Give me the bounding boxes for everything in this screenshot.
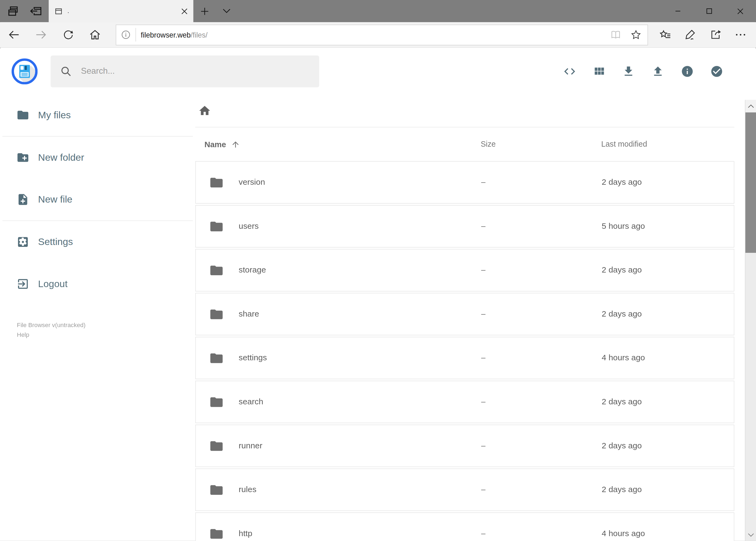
refresh-button[interactable] xyxy=(58,24,79,45)
grid-view-icon[interactable] xyxy=(593,65,606,78)
folder-icon xyxy=(209,352,224,364)
sidebar-item-my-files[interactable]: My files xyxy=(0,94,195,136)
file-name: http xyxy=(239,529,252,539)
select-multiple-icon[interactable] xyxy=(710,65,723,78)
download-icon[interactable] xyxy=(622,65,635,78)
file-row[interactable]: share – 2 days ago xyxy=(195,293,734,335)
file-modified: 2 days ago xyxy=(600,441,734,451)
favorite-star-icon[interactable] xyxy=(627,26,644,43)
file-name: rules xyxy=(239,485,256,495)
file-modified: 5 hours ago xyxy=(600,222,734,231)
logout-icon xyxy=(16,277,29,290)
folder-plus-icon xyxy=(16,151,29,164)
file-size: – xyxy=(479,485,600,494)
maximize-button[interactable] xyxy=(693,0,725,22)
reading-view-icon[interactable] xyxy=(607,26,624,43)
close-window-button[interactable] xyxy=(725,0,756,22)
page-scrollbar[interactable] xyxy=(745,100,756,541)
file-name: version xyxy=(239,178,265,187)
url-domain: filebrowser.web xyxy=(141,31,191,39)
file-modified: 2 days ago xyxy=(600,178,734,187)
site-info-icon[interactable] xyxy=(116,29,135,40)
help-link[interactable]: Help xyxy=(17,330,195,340)
forward-button[interactable] xyxy=(31,24,52,45)
tab-list-dropdown-icon[interactable] xyxy=(215,0,237,22)
scrollbar-up-icon[interactable] xyxy=(745,100,756,112)
file-row[interactable]: rules – 2 days ago xyxy=(195,469,734,511)
address-bar-actions xyxy=(607,26,647,43)
web-notes-pen-icon[interactable] xyxy=(678,24,703,45)
filebrowser-logo xyxy=(12,58,38,84)
set-tabs-aside-icon[interactable] xyxy=(28,4,43,18)
file-row[interactable]: settings – 4 hours ago xyxy=(195,337,734,379)
search-input[interactable] xyxy=(80,66,310,77)
file-modified: 4 hours ago xyxy=(600,529,734,539)
address-separator xyxy=(135,28,136,42)
column-header-name[interactable]: Name xyxy=(195,140,478,149)
address-bar[interactable]: filebrowser.web/files/ xyxy=(116,24,648,45)
file-size: – xyxy=(479,529,600,538)
file-size: – xyxy=(479,266,600,274)
file-modified: 4 hours ago xyxy=(600,353,734,363)
upload-icon[interactable] xyxy=(651,65,664,78)
search-box[interactable] xyxy=(51,55,319,87)
folder-icon xyxy=(16,109,29,122)
more-options-icon[interactable] xyxy=(728,24,753,45)
file-modified: 2 days ago xyxy=(600,309,734,319)
info-icon[interactable] xyxy=(681,65,694,78)
tab-title: . xyxy=(68,8,181,15)
file-name: storage xyxy=(239,265,266,275)
file-row[interactable]: storage – 2 days ago xyxy=(195,249,734,291)
sidebar-item-new-folder[interactable]: New folder xyxy=(0,137,195,179)
scrollbar-down-icon[interactable] xyxy=(745,529,756,541)
file-row[interactable]: search – 2 days ago xyxy=(195,380,734,423)
file-name: share xyxy=(239,309,259,319)
file-name: search xyxy=(239,397,263,407)
code-view-icon[interactable] xyxy=(563,65,576,78)
back-button[interactable] xyxy=(4,24,25,45)
browser-tab[interactable]: . xyxy=(49,0,193,22)
window-controls xyxy=(662,0,756,22)
column-header-modified[interactable]: Last modified xyxy=(599,140,734,149)
file-size: – xyxy=(479,310,600,318)
filebrowser-app: My files New folder New file xyxy=(0,48,756,541)
tab-favicon-icon xyxy=(55,7,63,15)
minimize-button[interactable] xyxy=(662,0,693,22)
file-row[interactable]: runner – 2 days ago xyxy=(195,425,734,467)
sidebar-item-settings[interactable]: Settings xyxy=(0,221,195,263)
share-icon[interactable] xyxy=(703,24,728,45)
file-modified: 2 days ago xyxy=(600,397,734,407)
tab-close-icon[interactable] xyxy=(181,8,187,14)
file-row[interactable]: users – 5 hours ago xyxy=(195,205,734,248)
url-text[interactable]: filebrowser.web/files/ xyxy=(141,31,607,39)
sort-ascending-icon xyxy=(231,140,240,149)
breadcrumb xyxy=(195,94,734,127)
sidebar-footer: File Browser v(untracked) Help xyxy=(0,320,195,339)
scrollbar-thumb[interactable] xyxy=(745,112,756,253)
file-modified: 2 days ago xyxy=(600,485,734,495)
file-row[interactable]: version – 2 days ago xyxy=(195,161,734,204)
hub-favorites-icon[interactable] xyxy=(653,24,678,45)
file-row[interactable]: http – 4 hours ago xyxy=(195,512,734,541)
app-header xyxy=(0,48,756,94)
sidebar-item-label: Settings xyxy=(38,236,73,248)
browser-window: . xyxy=(0,0,756,541)
sidebar-item-logout[interactable]: Logout xyxy=(0,263,195,305)
home-button[interactable] xyxy=(85,24,106,45)
tabbar-left-actions xyxy=(0,0,49,22)
toolbar-right xyxy=(653,24,753,45)
new-tab-button[interactable] xyxy=(193,0,215,22)
app-version-text: File Browser v(untracked) xyxy=(17,320,195,330)
tab-preview-icon[interactable] xyxy=(6,4,20,18)
sidebar-item-new-file[interactable]: New file xyxy=(0,179,195,221)
file-size: – xyxy=(479,353,600,362)
home-breadcrumb-icon[interactable] xyxy=(198,104,211,117)
folder-icon xyxy=(209,308,224,320)
sidebar-item-label: New file xyxy=(38,194,72,205)
listing-header: Name Size Last modified xyxy=(195,128,734,161)
column-header-size[interactable]: Size xyxy=(478,140,599,149)
folder-icon xyxy=(209,440,224,452)
sidebar: My files New folder New file xyxy=(0,94,195,541)
file-name: settings xyxy=(239,353,267,363)
sidebar-item-label: New folder xyxy=(38,152,84,163)
